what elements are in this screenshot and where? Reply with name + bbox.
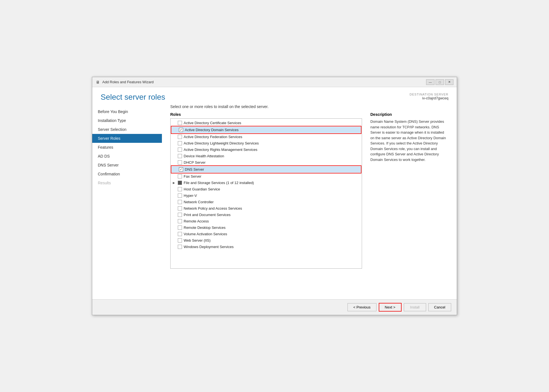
expand-spacer — [173, 188, 176, 191]
roles-list: Active Directory Certificate Services ✓ … — [171, 119, 362, 251]
right-content: Select one or more roles to install on t… — [162, 104, 457, 299]
sidebar-item-before-you-begin[interactable]: Before You Begin — [92, 107, 162, 116]
list-item[interactable]: Active Directory Federation Services — [171, 134, 362, 140]
role-label: Remote Desktop Services — [184, 226, 225, 230]
sidebar-item-installation-type[interactable]: Installation Type — [92, 116, 162, 125]
install-button[interactable]: Install — [404, 303, 426, 311]
checkbox-dha[interactable] — [178, 154, 182, 158]
checkbox-dns[interactable]: ✓ — [179, 167, 183, 171]
role-label: Web Server (IIS) — [184, 238, 211, 242]
roles-label: Roles — [170, 112, 362, 117]
expand-spacer — [173, 245, 176, 248]
role-label: Fax Server — [184, 174, 201, 178]
expand-spacer — [173, 135, 176, 138]
checkbox-iis[interactable] — [178, 238, 182, 242]
checkbox-pds[interactable] — [178, 213, 182, 217]
list-item[interactable]: Network Policy and Access Services — [171, 205, 362, 212]
role-label: Remote Access — [184, 219, 209, 223]
checkbox-adfs[interactable] — [178, 135, 182, 139]
checkbox-rds[interactable] — [178, 226, 182, 230]
list-item[interactable]: Remote Desktop Services — [171, 224, 362, 231]
role-label: Print and Document Services — [184, 213, 230, 217]
list-item[interactable]: Remote Access — [171, 218, 362, 224]
expand-spacer — [174, 168, 177, 171]
checkbox-adlds[interactable] — [178, 141, 182, 145]
role-label: Hyper-V — [184, 193, 197, 198]
role-label: Host Guardian Service — [184, 187, 220, 191]
list-item[interactable]: Active Directory Rights Management Servi… — [171, 146, 362, 153]
list-item[interactable]: ✓ Active Directory Domain Services — [172, 127, 361, 133]
expand-spacer — [173, 161, 176, 164]
list-item[interactable]: Web Server (IIS) — [171, 237, 362, 244]
checkbox-adcs[interactable] — [178, 121, 182, 125]
expand-spacer — [173, 232, 176, 236]
checkbox-ra[interactable] — [178, 219, 182, 223]
content-area: Select server roles DESTINATION SERVER i… — [92, 87, 457, 315]
list-item[interactable]: Print and Document Services — [171, 212, 362, 218]
role-label: Windows Deployment Services — [184, 245, 234, 249]
next-button[interactable]: Next > — [379, 303, 402, 312]
checkbox-hgs[interactable] — [178, 187, 182, 191]
role-label: Volume Activation Services — [184, 232, 227, 236]
list-item[interactable]: Active Directory Certificate Services — [171, 120, 362, 126]
previous-button[interactable]: < Previous — [348, 303, 376, 311]
expand-spacer — [173, 148, 176, 151]
maximize-button[interactable]: □ — [436, 79, 444, 85]
destination-label: DESTINATION SERVER — [410, 93, 448, 96]
checkbox-dhcp[interactable] — [178, 160, 182, 165]
list-item[interactable]: Hyper-V — [171, 192, 362, 199]
checkbox-vas[interactable] — [178, 232, 182, 236]
roles-container: Roles Active Directory Certificate Servi… — [170, 112, 362, 294]
role-label: Active Directory Domain Services — [185, 128, 239, 132]
title-bar: 🖥 Add Roles and Features Wizard — □ ✕ — [92, 77, 457, 87]
checkbox-wds[interactable] — [178, 245, 182, 249]
server-name: iv-c0ajrd7gwceq — [410, 96, 448, 100]
expand-spacer — [173, 194, 176, 197]
checkbox-adds[interactable]: ✓ — [179, 128, 183, 132]
list-item[interactable]: Fax Server — [171, 173, 362, 180]
list-item[interactable]: Active Directory Lightweight Directory S… — [171, 140, 362, 146]
description-panel: Description Domain Name System (DNS) Ser… — [370, 112, 448, 294]
minimize-button[interactable]: — — [426, 79, 434, 85]
sidebar-item-server-roles[interactable]: Server Roles — [92, 134, 162, 143]
app-icon: 🖥 — [96, 80, 100, 84]
sidebar-item-dns-server[interactable]: DNS Server — [92, 161, 162, 170]
instruction-text: Select one or more roles to install on t… — [170, 104, 448, 109]
list-item[interactable]: Device Health Attestation — [171, 153, 362, 159]
sidebar: Before You Begin Installation Type Serve… — [92, 104, 162, 299]
expand-spacer — [173, 239, 176, 242]
roles-list-wrapper[interactable]: Active Directory Certificate Services ✓ … — [170, 118, 362, 269]
checkbox-fax[interactable] — [178, 174, 182, 178]
role-label: Device Health Attestation — [184, 154, 224, 158]
checkbox-hyperv[interactable] — [178, 193, 182, 198]
checkbox-netctrl[interactable] — [178, 200, 182, 204]
list-item[interactable]: ▶ File and Storage Services (1 of 12 ins… — [171, 180, 362, 186]
role-label: Active Directory Certificate Services — [184, 121, 241, 125]
list-item[interactable]: DHCP Server — [171, 159, 362, 166]
list-item[interactable]: Windows Deployment Services — [171, 244, 362, 250]
list-item[interactable]: Network Controller — [171, 199, 362, 205]
checkbox-npas[interactable] — [178, 206, 182, 210]
sidebar-item-features[interactable]: Features — [92, 143, 162, 152]
expand-spacer — [173, 220, 176, 223]
list-item[interactable]: Host Guardian Service — [171, 186, 362, 192]
page-header: Select server roles DESTINATION SERVER i… — [92, 87, 457, 104]
window-title: Add Roles and Features Wizard — [102, 80, 154, 84]
list-item[interactable]: Volume Activation Services — [171, 231, 362, 237]
expand-icon-fstor[interactable]: ▶ — [173, 181, 176, 184]
cancel-button[interactable]: Cancel — [428, 303, 451, 311]
list-item[interactable]: ✓ DNS Server — [172, 166, 361, 173]
role-label: Active Directory Rights Management Servi… — [184, 148, 257, 152]
expand-spacer — [173, 207, 176, 210]
role-label: DNS Server — [185, 167, 204, 171]
checkbox-adrms[interactable] — [178, 148, 182, 152]
description-text: Domain Name System (DNS) Server provides… — [370, 119, 448, 162]
role-label: DHCP Server — [184, 160, 206, 165]
sidebar-item-ad-ds[interactable]: AD DS — [92, 152, 162, 161]
sidebar-item-server-selection[interactable]: Server Selection — [92, 125, 162, 134]
title-bar-controls: — □ ✕ — [426, 79, 453, 85]
close-button[interactable]: ✕ — [445, 79, 453, 85]
sidebar-item-confirmation[interactable]: Confirmation — [92, 170, 162, 178]
checkbox-fstor[interactable] — [178, 181, 182, 185]
wizard-window: 🖥 Add Roles and Features Wizard — □ ✕ Se… — [92, 77, 457, 315]
